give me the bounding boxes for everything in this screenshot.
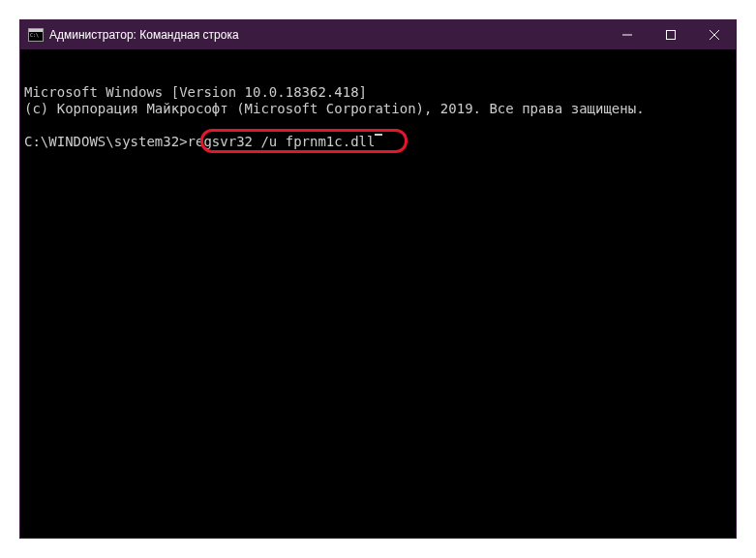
terminal-line-version: Microsoft Windows [Version 10.0.18362.41… xyxy=(24,84,732,101)
titlebar[interactable]: Администратор: Командная строка xyxy=(20,20,736,49)
minimize-button[interactable] xyxy=(605,20,649,49)
cmd-icon xyxy=(28,28,44,42)
terminal-prompt: C:\WINDOWS\system32> xyxy=(24,134,188,150)
maximize-button[interactable] xyxy=(649,20,692,49)
close-button[interactable] xyxy=(692,20,736,49)
svg-rect-1 xyxy=(666,31,675,40)
window-controls xyxy=(605,20,736,49)
terminal-prompt-line: C:\WINDOWS\system32>regsvr32 /u fprnm1c.… xyxy=(24,134,732,150)
terminal-content[interactable]: Microsoft Windows [Version 10.0.18362.41… xyxy=(20,49,736,538)
terminal-blank xyxy=(24,117,732,134)
terminal-cursor xyxy=(375,134,382,136)
cmd-window: Администратор: Командная строка Microsof… xyxy=(19,19,737,539)
terminal-line-copyright: (c) Корпорация Майкрософт (Microsoft Cor… xyxy=(24,101,732,117)
terminal-command: regsvr32 /u fprnm1c.dll xyxy=(188,134,376,150)
window-title: Администратор: Командная строка xyxy=(49,28,605,42)
